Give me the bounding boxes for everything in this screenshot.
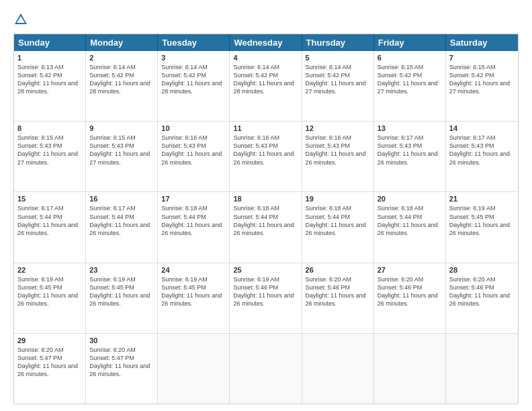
day-number: 26 (306, 266, 370, 274)
day-info: Sunrise: 6:16 AMSunset: 5:43 PMDaylight:… (161, 134, 226, 167)
day-cell-15: 15 Sunrise: 6:17 AMSunset: 5:44 PMDaylig… (14, 192, 86, 262)
day-info: Sunrise: 6:20 AMSunset: 5:47 PMDaylight:… (17, 346, 82, 379)
day-number: 21 (449, 195, 515, 203)
day-number: 12 (306, 124, 370, 132)
day-number: 28 (449, 266, 515, 274)
day-number: 18 (233, 195, 298, 203)
day-cell-25: 25 Sunrise: 6:19 AMSunset: 5:46 PMDaylig… (230, 263, 302, 333)
day-cell-empty (446, 334, 518, 404)
day-cell-5: 5 Sunrise: 6:14 AMSunset: 5:42 PMDayligh… (302, 51, 374, 121)
day-cell-12: 12 Sunrise: 6:16 AMSunset: 5:43 PMDaylig… (302, 122, 374, 191)
day-cell-26: 26 Sunrise: 6:20 AMSunset: 5:46 PMDaylig… (302, 263, 374, 333)
day-number: 3 (161, 54, 226, 62)
day-info: Sunrise: 6:14 AMSunset: 5:42 PMDaylight:… (233, 63, 298, 96)
day-number: 10 (161, 124, 226, 132)
calendar-week-2: 8 Sunrise: 6:15 AMSunset: 5:43 PMDayligh… (14, 122, 518, 192)
day-info: Sunrise: 6:15 AMSunset: 5:43 PMDaylight:… (17, 134, 82, 167)
day-number: 11 (233, 124, 298, 132)
calendar-week-3: 15 Sunrise: 6:17 AMSunset: 5:44 PMDaylig… (14, 192, 518, 263)
day-cell-28: 28 Sunrise: 6:20 AMSunset: 5:46 PMDaylig… (446, 263, 518, 333)
day-cell-14: 14 Sunrise: 6:17 AMSunset: 5:43 PMDaylig… (446, 122, 518, 191)
day-info: Sunrise: 6:14 AMSunset: 5:42 PMDaylight:… (89, 63, 154, 96)
day-info: Sunrise: 6:19 AMSunset: 5:45 PMDaylight:… (17, 275, 82, 308)
day-cell-27: 27 Sunrise: 6:20 AMSunset: 5:46 PMDaylig… (374, 263, 446, 333)
day-info: Sunrise: 6:15 AMSunset: 5:42 PMDaylight:… (378, 63, 442, 96)
day-cell-empty (230, 334, 302, 404)
day-cell-20: 20 Sunrise: 6:18 AMSunset: 5:44 PMDaylig… (374, 192, 446, 262)
day-cell-24: 24 Sunrise: 6:19 AMSunset: 5:45 PMDaylig… (158, 263, 230, 333)
day-cell-10: 10 Sunrise: 6:16 AMSunset: 5:43 PMDaylig… (158, 122, 230, 191)
day-cell-19: 19 Sunrise: 6:18 AMSunset: 5:44 PMDaylig… (302, 192, 374, 262)
day-cell-23: 23 Sunrise: 6:19 AMSunset: 5:45 PMDaylig… (86, 263, 158, 333)
day-cell-7: 7 Sunrise: 6:15 AMSunset: 5:42 PMDayligh… (446, 51, 518, 121)
day-number: 23 (89, 266, 154, 274)
calendar-week-5: 29 Sunrise: 6:20 AMSunset: 5:47 PMDaylig… (14, 334, 518, 404)
calendar-header: SundayMondayTuesdayWednesdayThursdayFrid… (14, 34, 518, 51)
header (13, 12, 519, 27)
day-info: Sunrise: 6:14 AMSunset: 5:42 PMDaylight:… (161, 63, 226, 96)
day-info: Sunrise: 6:17 AMSunset: 5:43 PMDaylight:… (378, 134, 442, 167)
day-cell-empty (158, 334, 230, 404)
header-cell-saturday: Saturday (446, 34, 518, 51)
header-cell-monday: Monday (86, 34, 158, 51)
day-info: Sunrise: 6:19 AMSunset: 5:46 PMDaylight:… (233, 275, 298, 308)
day-cell-8: 8 Sunrise: 6:15 AMSunset: 5:43 PMDayligh… (14, 122, 86, 191)
calendar-week-4: 22 Sunrise: 6:19 AMSunset: 5:45 PMDaylig… (14, 263, 518, 334)
day-cell-9: 9 Sunrise: 6:15 AMSunset: 5:43 PMDayligh… (86, 122, 158, 191)
day-info: Sunrise: 6:19 AMSunset: 5:45 PMDaylight:… (89, 275, 154, 308)
day-cell-11: 11 Sunrise: 6:16 AMSunset: 5:43 PMDaylig… (230, 122, 302, 191)
page: SundayMondayTuesdayWednesdayThursdayFrid… (0, 0, 532, 411)
day-cell-18: 18 Sunrise: 6:18 AMSunset: 5:44 PMDaylig… (230, 192, 302, 262)
day-info: Sunrise: 6:17 AMSunset: 5:44 PMDaylight:… (89, 204, 154, 237)
day-number: 15 (17, 195, 82, 203)
header-cell-thursday: Thursday (302, 34, 374, 51)
day-cell-22: 22 Sunrise: 6:19 AMSunset: 5:45 PMDaylig… (14, 263, 86, 333)
day-number: 9 (89, 124, 154, 132)
day-number: 8 (17, 124, 82, 132)
day-info: Sunrise: 6:20 AMSunset: 5:47 PMDaylight:… (89, 346, 154, 379)
day-number: 6 (378, 54, 442, 62)
calendar: SundayMondayTuesdayWednesdayThursdayFrid… (13, 34, 519, 404)
day-number: 22 (17, 266, 82, 274)
day-cell-17: 17 Sunrise: 6:18 AMSunset: 5:44 PMDaylig… (158, 192, 230, 262)
day-cell-29: 29 Sunrise: 6:20 AMSunset: 5:47 PMDaylig… (14, 334, 86, 404)
header-cell-sunday: Sunday (14, 34, 86, 51)
header-cell-friday: Friday (374, 34, 446, 51)
header-cell-tuesday: Tuesday (158, 34, 230, 51)
day-info: Sunrise: 6:19 AMSunset: 5:45 PMDaylight:… (161, 275, 226, 308)
calendar-body: 1 Sunrise: 6:13 AMSunset: 5:42 PMDayligh… (14, 51, 518, 404)
day-cell-1: 1 Sunrise: 6:13 AMSunset: 5:42 PMDayligh… (14, 51, 86, 121)
day-number: 4 (233, 54, 298, 62)
day-info: Sunrise: 6:15 AMSunset: 5:43 PMDaylight:… (89, 134, 154, 167)
day-number: 5 (306, 54, 370, 62)
day-number: 13 (378, 124, 442, 132)
day-number: 24 (161, 266, 226, 274)
day-number: 29 (17, 336, 82, 345)
day-info: Sunrise: 6:13 AMSunset: 5:42 PMDaylight:… (17, 63, 82, 96)
day-number: 25 (233, 266, 298, 274)
calendar-week-1: 1 Sunrise: 6:13 AMSunset: 5:42 PMDayligh… (14, 51, 518, 122)
day-info: Sunrise: 6:18 AMSunset: 5:44 PMDaylight:… (161, 204, 226, 237)
day-cell-3: 3 Sunrise: 6:14 AMSunset: 5:42 PMDayligh… (158, 51, 230, 121)
header-cell-wednesday: Wednesday (230, 34, 302, 51)
day-info: Sunrise: 6:20 AMSunset: 5:46 PMDaylight:… (449, 275, 515, 308)
day-info: Sunrise: 6:19 AMSunset: 5:45 PMDaylight:… (449, 204, 515, 237)
day-number: 1 (17, 54, 82, 62)
day-info: Sunrise: 6:20 AMSunset: 5:46 PMDaylight:… (306, 275, 370, 308)
day-number: 17 (161, 195, 226, 203)
day-cell-4: 4 Sunrise: 6:14 AMSunset: 5:42 PMDayligh… (230, 51, 302, 121)
day-number: 27 (378, 266, 442, 274)
day-cell-2: 2 Sunrise: 6:14 AMSunset: 5:42 PMDayligh… (86, 51, 158, 121)
day-info: Sunrise: 6:17 AMSunset: 5:44 PMDaylight:… (17, 204, 82, 237)
day-info: Sunrise: 6:14 AMSunset: 5:42 PMDaylight:… (306, 63, 370, 96)
logo-icon (13, 12, 28, 27)
day-info: Sunrise: 6:18 AMSunset: 5:44 PMDaylight:… (233, 204, 298, 237)
day-info: Sunrise: 6:18 AMSunset: 5:44 PMDaylight:… (306, 204, 370, 237)
day-info: Sunrise: 6:17 AMSunset: 5:43 PMDaylight:… (449, 134, 515, 167)
day-cell-16: 16 Sunrise: 6:17 AMSunset: 5:44 PMDaylig… (86, 192, 158, 262)
day-number: 7 (449, 54, 515, 62)
day-info: Sunrise: 6:20 AMSunset: 5:46 PMDaylight:… (378, 275, 442, 308)
logo (13, 12, 30, 27)
day-info: Sunrise: 6:16 AMSunset: 5:43 PMDaylight:… (306, 134, 370, 167)
day-number: 16 (89, 195, 154, 203)
